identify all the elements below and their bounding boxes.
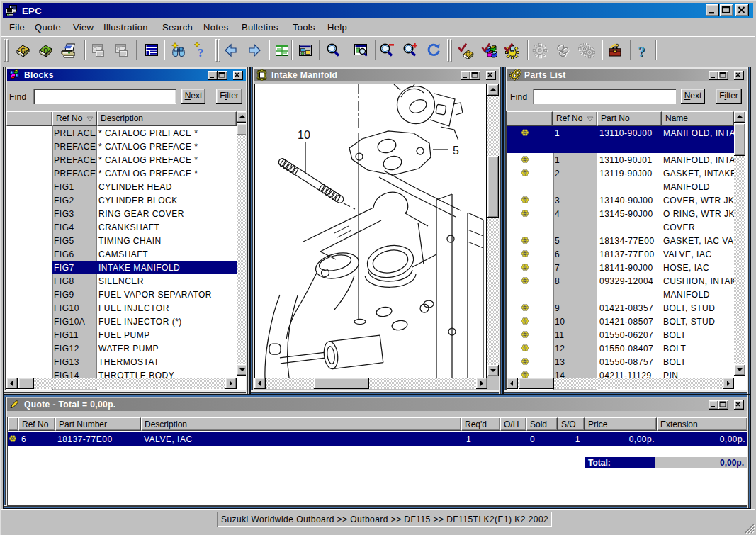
svg-text:?: ? bbox=[638, 44, 645, 59]
svg-text:10: 10 bbox=[298, 129, 310, 141]
svg-text:?: ? bbox=[198, 46, 204, 59]
svg-text:5: 5 bbox=[453, 145, 459, 157]
